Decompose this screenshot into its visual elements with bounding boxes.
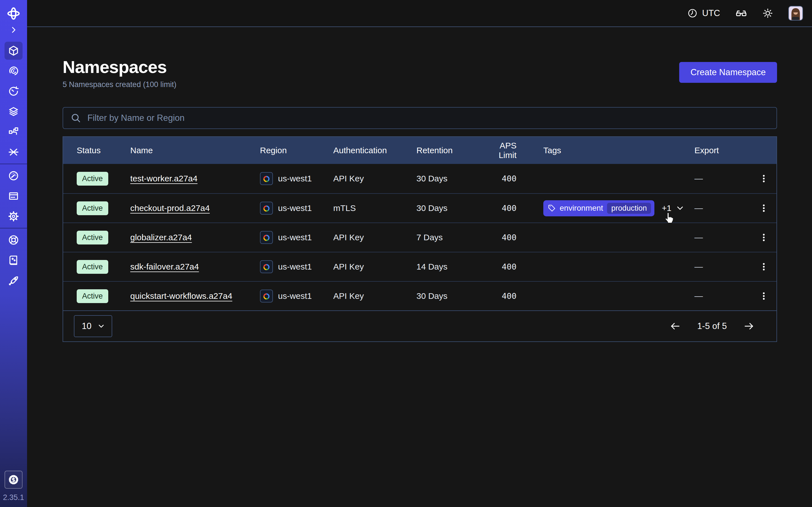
clock-icon — [688, 8, 698, 18]
pricing-button[interactable] — [4, 471, 22, 489]
export-value: — — [695, 203, 751, 213]
billing-card-icon — [4, 187, 22, 205]
table-row: Active test-worker.a27a4 us-west1 API Ke… — [63, 164, 776, 193]
price-badge-icon — [8, 474, 19, 485]
asterisk-icon — [4, 143, 22, 161]
row-actions-button[interactable] — [751, 174, 776, 183]
table-footer: 10 1-5 of 5 — [63, 311, 776, 341]
col-region: Region — [260, 146, 333, 155]
workflows-spiral-icon — [4, 62, 22, 80]
auth-label: API Key — [333, 174, 416, 183]
sidebar-item-nexus[interactable] — [0, 142, 27, 162]
google-cloud-icon — [260, 202, 273, 215]
sidebar-item-getting-started[interactable] — [0, 270, 27, 291]
row-actions-button[interactable] — [751, 233, 776, 242]
tag-expand-button[interactable] — [675, 203, 685, 213]
labs-toggle-button[interactable] — [735, 7, 747, 19]
namespace-link[interactable]: test-worker.a27a4 — [130, 174, 197, 183]
google-cloud-icon — [260, 260, 273, 273]
table-header-row: Status Name Region Authentication Retent… — [63, 137, 776, 164]
sidebar-item-namespaces[interactable] — [0, 41, 27, 61]
search-input[interactable] — [63, 107, 777, 129]
tag-chip[interactable]: environment production — [543, 200, 654, 216]
row-actions-button[interactable] — [751, 203, 776, 213]
pagination-range: 1-5 of 5 — [697, 321, 727, 331]
previous-page-button[interactable] — [670, 321, 681, 332]
aps-limit-value: 400 — [481, 262, 516, 272]
rocket-icon — [4, 272, 22, 290]
create-namespace-button[interactable]: Create Namespace — [679, 62, 777, 83]
auth-label: API Key — [333, 262, 416, 272]
status-badge: Active — [77, 172, 108, 186]
user-avatar[interactable] — [788, 6, 803, 20]
lifebuoy-icon — [4, 231, 22, 249]
page-subtitle: 5 Namespaces created (100 limit) — [63, 80, 176, 89]
status-badge: Active — [77, 289, 108, 303]
status-badge: Active — [77, 231, 108, 244]
sidebar-item-settings[interactable] — [0, 206, 27, 226]
status-badge: Active — [77, 202, 108, 215]
sidebar-item-support[interactable] — [0, 230, 27, 250]
google-cloud-icon — [260, 290, 273, 302]
chevron-down-icon — [97, 322, 105, 330]
sidebar-item-billing[interactable] — [0, 186, 27, 206]
search-icon — [70, 113, 81, 123]
region-label: us-west1 — [278, 233, 312, 242]
sidebar-item-schedules[interactable] — [0, 81, 27, 101]
auth-label: API Key — [333, 291, 416, 301]
temporal-logo-icon — [6, 6, 21, 21]
namespaces-page: Namespaces 5 Namespaces created (100 lim… — [27, 27, 812, 342]
google-cloud-icon — [260, 231, 273, 244]
topbar: UTC — [27, 0, 812, 27]
page-size-value: 10 — [82, 321, 91, 331]
status-badge: Active — [77, 260, 108, 274]
sidebar-item-docs[interactable] — [0, 250, 27, 270]
col-name: Name — [130, 146, 260, 155]
export-value: — — [695, 174, 751, 183]
col-aps-limit: APS Limit — [481, 141, 516, 160]
row-actions-button[interactable] — [751, 291, 776, 301]
auth-label: API Key — [333, 233, 416, 242]
auth-label: mTLS — [333, 203, 416, 213]
theme-toggle-button[interactable] — [762, 8, 773, 18]
page-size-select[interactable]: 10 — [74, 315, 112, 337]
region-label: us-west1 — [278, 174, 312, 183]
row-actions-button[interactable] — [751, 262, 776, 272]
sidebar: 2.35.1 — [0, 0, 27, 507]
sidebar-divider — [0, 228, 27, 228]
next-page-button[interactable] — [743, 321, 755, 332]
retention-label: 30 Days — [416, 203, 481, 213]
tag-overflow-count: +1 — [662, 203, 671, 213]
table-row: Active globalizer.a27a4 us-west1 API Key… — [63, 223, 776, 252]
sidebar-expand-button[interactable] — [0, 23, 27, 37]
table-row: Active checkout-prod.a27a4 us-west1 mTLS… — [63, 193, 776, 223]
tag-value: production — [607, 203, 651, 214]
timezone-selector[interactable]: UTC — [688, 8, 720, 18]
layers-icon — [4, 103, 22, 121]
sidebar-item-batch-operations[interactable] — [0, 122, 27, 142]
aps-limit-value: 400 — [481, 233, 516, 242]
export-value: — — [695, 233, 751, 242]
timezone-label: UTC — [702, 8, 720, 18]
aps-limit-value: 400 — [481, 291, 516, 301]
gear-icon — [4, 207, 22, 225]
sidebar-item-workflows[interactable] — [0, 61, 27, 81]
col-export: Export — [695, 146, 751, 155]
export-value: — — [695, 262, 751, 272]
namespace-link[interactable]: checkout-prod.a27a4 — [130, 203, 210, 213]
namespace-filter — [63, 107, 777, 129]
page-title: Namespaces — [63, 57, 176, 77]
sidebar-item-deployments[interactable] — [0, 101, 27, 122]
region-label: us-west1 — [278, 262, 312, 272]
col-status: Status — [77, 146, 130, 155]
namespace-link[interactable]: sdk-failover.a27a4 — [130, 262, 199, 271]
export-value: — — [695, 291, 751, 301]
namespace-link[interactable]: globalizer.a27a4 — [130, 233, 192, 242]
namespace-link[interactable]: quickstart-workflows.a27a4 — [130, 291, 232, 300]
tag-icon — [548, 204, 556, 212]
col-tags: Tags — [516, 146, 695, 155]
col-authentication: Authentication — [333, 146, 416, 155]
region-label: us-west1 — [278, 291, 312, 301]
namespaces-table: Status Name Region Authentication Retent… — [63, 136, 777, 342]
sidebar-item-usage[interactable] — [0, 166, 27, 186]
